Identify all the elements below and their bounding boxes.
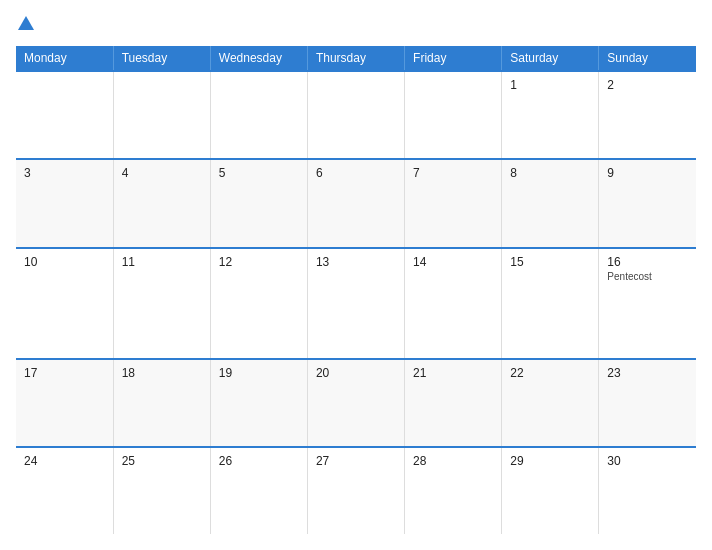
logo-triangle-icon (18, 16, 34, 30)
day-number: 6 (316, 166, 396, 180)
day-number: 26 (219, 454, 299, 468)
day-number: 9 (607, 166, 688, 180)
day-number: 22 (510, 366, 590, 380)
calendar-day-cell: 15 (502, 248, 599, 359)
day-number: 24 (24, 454, 105, 468)
calendar-day-cell: 12 (210, 248, 307, 359)
calendar-week-row: 10111213141516Pentecost (16, 248, 696, 359)
day-number: 29 (510, 454, 590, 468)
calendar-day-cell: 24 (16, 447, 113, 534)
calendar-day-cell: 7 (405, 159, 502, 247)
day-number: 16 (607, 255, 688, 269)
calendar-day-cell: 17 (16, 359, 113, 447)
calendar-day-cell: 4 (113, 159, 210, 247)
calendar-day-cell: 14 (405, 248, 502, 359)
calendar-day-cell: 13 (307, 248, 404, 359)
day-number: 12 (219, 255, 299, 269)
day-number: 23 (607, 366, 688, 380)
calendar-day-cell (210, 71, 307, 159)
calendar-day-cell: 19 (210, 359, 307, 447)
day-number: 8 (510, 166, 590, 180)
calendar-day-cell: 18 (113, 359, 210, 447)
day-number: 11 (122, 255, 202, 269)
day-number: 25 (122, 454, 202, 468)
calendar-day-cell: 28 (405, 447, 502, 534)
day-number: 28 (413, 454, 493, 468)
day-number: 5 (219, 166, 299, 180)
calendar-day-cell: 1 (502, 71, 599, 159)
calendar-table: MondayTuesdayWednesdayThursdayFridaySatu… (16, 46, 696, 534)
calendar-day-cell: 10 (16, 248, 113, 359)
day-number: 17 (24, 366, 105, 380)
calendar-day-cell: 29 (502, 447, 599, 534)
calendar-week-row: 17181920212223 (16, 359, 696, 447)
day-number: 14 (413, 255, 493, 269)
calendar-week-row: 24252627282930 (16, 447, 696, 534)
day-header-monday: Monday (16, 46, 113, 71)
day-header-tuesday: Tuesday (113, 46, 210, 71)
day-number: 20 (316, 366, 396, 380)
calendar-day-cell (307, 71, 404, 159)
calendar-day-cell: 20 (307, 359, 404, 447)
day-header-wednesday: Wednesday (210, 46, 307, 71)
logo (16, 16, 34, 32)
calendar-day-cell (16, 71, 113, 159)
day-number: 18 (122, 366, 202, 380)
day-number: 21 (413, 366, 493, 380)
day-number: 3 (24, 166, 105, 180)
calendar-day-cell (405, 71, 502, 159)
day-number: 13 (316, 255, 396, 269)
calendar-week-row: 3456789 (16, 159, 696, 247)
day-number: 4 (122, 166, 202, 180)
calendar-day-cell: 25 (113, 447, 210, 534)
day-number: 19 (219, 366, 299, 380)
calendar-day-cell (113, 71, 210, 159)
day-header-thursday: Thursday (307, 46, 404, 71)
day-number: 7 (413, 166, 493, 180)
calendar-day-cell: 26 (210, 447, 307, 534)
calendar-day-cell: 6 (307, 159, 404, 247)
day-header-row: MondayTuesdayWednesdayThursdayFridaySatu… (16, 46, 696, 71)
calendar-day-cell: 11 (113, 248, 210, 359)
day-number: 15 (510, 255, 590, 269)
calendar-day-cell: 21 (405, 359, 502, 447)
calendar-day-cell: 22 (502, 359, 599, 447)
day-number: 10 (24, 255, 105, 269)
calendar-week-row: 12 (16, 71, 696, 159)
calendar-day-cell: 3 (16, 159, 113, 247)
day-header-sunday: Sunday (599, 46, 696, 71)
calendar-day-cell: 16Pentecost (599, 248, 696, 359)
calendar-day-cell: 9 (599, 159, 696, 247)
day-header-saturday: Saturday (502, 46, 599, 71)
calendar-day-cell: 27 (307, 447, 404, 534)
day-number: 27 (316, 454, 396, 468)
page-header (16, 16, 696, 32)
day-number: 2 (607, 78, 688, 92)
calendar-day-cell: 23 (599, 359, 696, 447)
day-number: 30 (607, 454, 688, 468)
calendar-day-cell: 8 (502, 159, 599, 247)
day-event: Pentecost (607, 271, 688, 282)
day-header-friday: Friday (405, 46, 502, 71)
day-number: 1 (510, 78, 590, 92)
calendar-day-cell: 30 (599, 447, 696, 534)
calendar-day-cell: 5 (210, 159, 307, 247)
calendar-day-cell: 2 (599, 71, 696, 159)
